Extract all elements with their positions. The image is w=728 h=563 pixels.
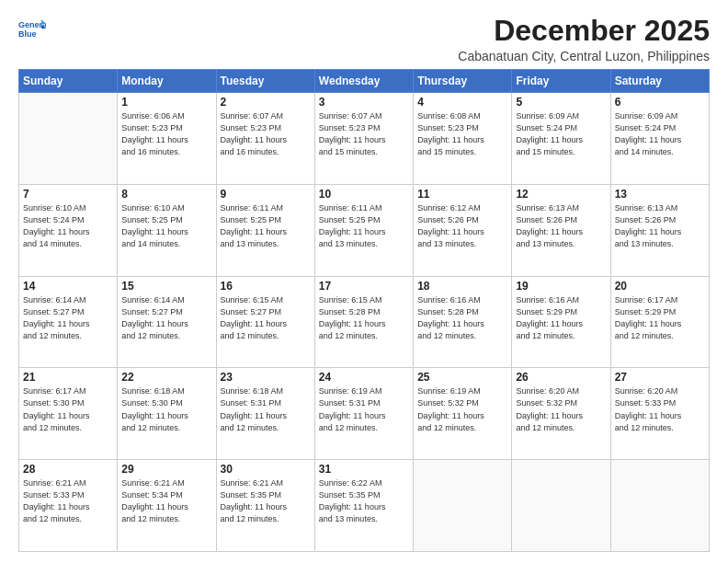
day-info: Sunrise: 6:11 AM Sunset: 5:25 PM Dayligh… bbox=[319, 202, 409, 250]
calendar-cell: 12Sunrise: 6:13 AM Sunset: 5:26 PM Dayli… bbox=[512, 184, 610, 276]
day-number: 8 bbox=[121, 188, 211, 201]
calendar-cell: 14Sunrise: 6:14 AM Sunset: 5:27 PM Dayli… bbox=[19, 276, 118, 368]
day-info: Sunrise: 6:21 AM Sunset: 5:34 PM Dayligh… bbox=[121, 477, 211, 525]
calendar-cell: 27Sunrise: 6:20 AM Sunset: 5:33 PM Dayli… bbox=[610, 368, 709, 460]
calendar-cell: 24Sunrise: 6:19 AM Sunset: 5:31 PM Dayli… bbox=[314, 368, 413, 460]
day-info: Sunrise: 6:18 AM Sunset: 5:31 PM Dayligh… bbox=[221, 385, 311, 433]
day-number: 1 bbox=[121, 96, 211, 109]
day-info: Sunrise: 6:09 AM Sunset: 5:24 PM Dayligh… bbox=[516, 110, 606, 158]
day-number: 5 bbox=[516, 96, 606, 109]
day-info: Sunrise: 6:14 AM Sunset: 5:27 PM Dayligh… bbox=[121, 294, 211, 342]
calendar-cell: 2Sunrise: 6:07 AM Sunset: 5:23 PM Daylig… bbox=[216, 93, 314, 185]
day-number: 28 bbox=[23, 463, 113, 476]
day-number: 13 bbox=[615, 188, 705, 201]
day-info: Sunrise: 6:19 AM Sunset: 5:32 PM Dayligh… bbox=[417, 385, 507, 433]
day-number: 25 bbox=[417, 371, 507, 384]
calendar-cell: 29Sunrise: 6:21 AM Sunset: 5:34 PM Dayli… bbox=[118, 460, 216, 552]
calendar-cell: 16Sunrise: 6:15 AM Sunset: 5:27 PM Dayli… bbox=[216, 276, 314, 368]
calendar-cell: 18Sunrise: 6:16 AM Sunset: 5:28 PM Dayli… bbox=[414, 276, 512, 368]
day-info: Sunrise: 6:10 AM Sunset: 5:24 PM Dayligh… bbox=[23, 202, 113, 250]
day-number: 14 bbox=[23, 280, 113, 293]
weekday-header-monday: Monday bbox=[118, 70, 216, 93]
day-number: 31 bbox=[319, 463, 409, 476]
day-number: 18 bbox=[417, 280, 507, 293]
calendar-cell: 7Sunrise: 6:10 AM Sunset: 5:24 PM Daylig… bbox=[19, 184, 118, 276]
calendar-header: SundayMondayTuesdayWednesdayThursdayFrid… bbox=[19, 70, 710, 93]
day-info: Sunrise: 6:17 AM Sunset: 5:30 PM Dayligh… bbox=[23, 385, 113, 433]
svg-text:Blue: Blue bbox=[18, 29, 37, 39]
header: General Blue December 2025 Cabanatuan Ci… bbox=[18, 15, 710, 63]
day-number: 22 bbox=[121, 371, 211, 384]
day-number: 11 bbox=[417, 188, 507, 201]
calendar-cell: 10Sunrise: 6:11 AM Sunset: 5:25 PM Dayli… bbox=[314, 184, 413, 276]
day-number: 10 bbox=[319, 188, 409, 201]
day-info: Sunrise: 6:10 AM Sunset: 5:25 PM Dayligh… bbox=[121, 202, 211, 250]
day-info: Sunrise: 6:21 AM Sunset: 5:35 PM Dayligh… bbox=[221, 477, 311, 525]
weekday-header-thursday: Thursday bbox=[414, 70, 512, 93]
day-info: Sunrise: 6:13 AM Sunset: 5:26 PM Dayligh… bbox=[615, 202, 705, 250]
day-number: 27 bbox=[615, 371, 705, 384]
calendar-table: SundayMondayTuesdayWednesdayThursdayFrid… bbox=[18, 69, 710, 552]
day-info: Sunrise: 6:07 AM Sunset: 5:23 PM Dayligh… bbox=[319, 110, 409, 158]
calendar-cell: 6Sunrise: 6:09 AM Sunset: 5:24 PM Daylig… bbox=[610, 93, 709, 185]
day-info: Sunrise: 6:13 AM Sunset: 5:26 PM Dayligh… bbox=[516, 202, 606, 250]
day-number: 19 bbox=[516, 280, 606, 293]
calendar-cell bbox=[19, 93, 118, 185]
calendar-cell: 19Sunrise: 6:16 AM Sunset: 5:29 PM Dayli… bbox=[512, 276, 610, 368]
calendar-cell bbox=[610, 460, 709, 552]
day-info: Sunrise: 6:06 AM Sunset: 5:23 PM Dayligh… bbox=[121, 110, 211, 158]
day-info: Sunrise: 6:12 AM Sunset: 5:26 PM Dayligh… bbox=[417, 202, 507, 250]
month-title: December 2025 bbox=[458, 15, 710, 47]
calendar-cell: 30Sunrise: 6:21 AM Sunset: 5:35 PM Dayli… bbox=[216, 460, 314, 552]
calendar-cell: 4Sunrise: 6:08 AM Sunset: 5:23 PM Daylig… bbox=[414, 93, 512, 185]
day-info: Sunrise: 6:15 AM Sunset: 5:28 PM Dayligh… bbox=[319, 294, 409, 342]
day-info: Sunrise: 6:21 AM Sunset: 5:33 PM Dayligh… bbox=[23, 477, 113, 525]
day-number: 16 bbox=[221, 280, 311, 293]
location-subtitle: Cabanatuan City, Central Luzon, Philippi… bbox=[458, 49, 710, 63]
calendar-cell: 1Sunrise: 6:06 AM Sunset: 5:23 PM Daylig… bbox=[118, 93, 216, 185]
day-number: 23 bbox=[221, 371, 311, 384]
calendar-cell: 31Sunrise: 6:22 AM Sunset: 5:35 PM Dayli… bbox=[314, 460, 413, 552]
day-info: Sunrise: 6:15 AM Sunset: 5:27 PM Dayligh… bbox=[221, 294, 311, 342]
calendar-week-row: 14Sunrise: 6:14 AM Sunset: 5:27 PM Dayli… bbox=[19, 276, 710, 368]
day-number: 29 bbox=[121, 463, 211, 476]
logo-svg: General Blue bbox=[18, 15, 46, 42]
calendar-cell: 9Sunrise: 6:11 AM Sunset: 5:25 PM Daylig… bbox=[216, 184, 314, 276]
calendar-cell: 21Sunrise: 6:17 AM Sunset: 5:30 PM Dayli… bbox=[19, 368, 118, 460]
weekday-header-wednesday: Wednesday bbox=[314, 70, 413, 93]
day-info: Sunrise: 6:16 AM Sunset: 5:29 PM Dayligh… bbox=[516, 294, 606, 342]
calendar-cell: 8Sunrise: 6:10 AM Sunset: 5:25 PM Daylig… bbox=[118, 184, 216, 276]
day-number: 15 bbox=[121, 280, 211, 293]
day-number: 12 bbox=[516, 188, 606, 201]
calendar-cell: 28Sunrise: 6:21 AM Sunset: 5:33 PM Dayli… bbox=[19, 460, 118, 552]
day-number: 17 bbox=[319, 280, 409, 293]
calendar-body: 1Sunrise: 6:06 AM Sunset: 5:23 PM Daylig… bbox=[19, 93, 710, 552]
day-info: Sunrise: 6:18 AM Sunset: 5:30 PM Dayligh… bbox=[121, 385, 211, 433]
weekday-header-friday: Friday bbox=[512, 70, 610, 93]
day-number: 2 bbox=[221, 96, 311, 109]
day-info: Sunrise: 6:14 AM Sunset: 5:27 PM Dayligh… bbox=[23, 294, 113, 342]
day-number: 20 bbox=[615, 280, 705, 293]
calendar-cell: 15Sunrise: 6:14 AM Sunset: 5:27 PM Dayli… bbox=[118, 276, 216, 368]
calendar-cell: 11Sunrise: 6:12 AM Sunset: 5:26 PM Dayli… bbox=[414, 184, 512, 276]
day-number: 4 bbox=[417, 96, 507, 109]
calendar-week-row: 7Sunrise: 6:10 AM Sunset: 5:24 PM Daylig… bbox=[19, 184, 710, 276]
day-number: 6 bbox=[615, 96, 705, 109]
calendar-week-row: 21Sunrise: 6:17 AM Sunset: 5:30 PM Dayli… bbox=[19, 368, 710, 460]
calendar-cell: 22Sunrise: 6:18 AM Sunset: 5:30 PM Dayli… bbox=[118, 368, 216, 460]
day-info: Sunrise: 6:09 AM Sunset: 5:24 PM Dayligh… bbox=[615, 110, 705, 158]
calendar-cell: 13Sunrise: 6:13 AM Sunset: 5:26 PM Dayli… bbox=[610, 184, 709, 276]
day-number: 26 bbox=[516, 371, 606, 384]
day-info: Sunrise: 6:08 AM Sunset: 5:23 PM Dayligh… bbox=[417, 110, 507, 158]
calendar-cell bbox=[414, 460, 512, 552]
day-info: Sunrise: 6:20 AM Sunset: 5:32 PM Dayligh… bbox=[516, 385, 606, 433]
day-number: 24 bbox=[319, 371, 409, 384]
day-number: 30 bbox=[221, 463, 311, 476]
day-info: Sunrise: 6:17 AM Sunset: 5:29 PM Dayligh… bbox=[615, 294, 705, 342]
day-info: Sunrise: 6:07 AM Sunset: 5:23 PM Dayligh… bbox=[221, 110, 311, 158]
day-number: 21 bbox=[23, 371, 113, 384]
calendar-cell: 23Sunrise: 6:18 AM Sunset: 5:31 PM Dayli… bbox=[216, 368, 314, 460]
calendar-week-row: 28Sunrise: 6:21 AM Sunset: 5:33 PM Dayli… bbox=[19, 460, 710, 552]
day-number: 3 bbox=[319, 96, 409, 109]
calendar-cell: 3Sunrise: 6:07 AM Sunset: 5:23 PM Daylig… bbox=[314, 93, 413, 185]
